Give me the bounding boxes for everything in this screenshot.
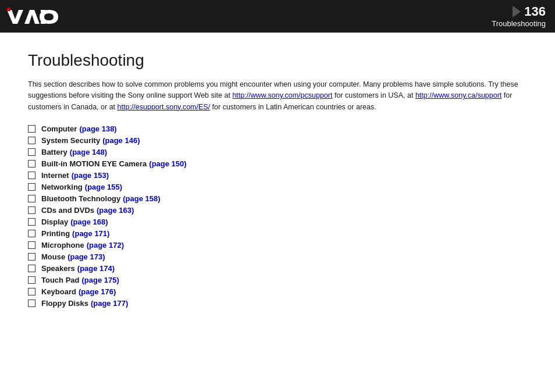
checkbox-icon <box>28 206 35 214</box>
toc-item-link[interactable]: (page 175) <box>81 276 119 284</box>
vaio-logo <box>7 8 59 25</box>
toc-list-item: Display (page 168) <box>28 218 527 226</box>
toc-list-item: Microphone (page 172) <box>28 241 527 250</box>
toc-list-item: Bluetooth Technology (page 158) <box>28 194 527 203</box>
toc-list-item: Printing (page 171) <box>28 229 527 238</box>
toc-list-item: Floppy Disks (page 177) <box>28 299 527 308</box>
toc-item-link[interactable]: (page 172) <box>87 241 124 250</box>
toc-item-link[interactable]: (page 153) <box>72 171 109 180</box>
toc-item-link[interactable]: (page 155) <box>85 183 122 191</box>
toc-item-link[interactable]: (page 171) <box>72 229 109 238</box>
toc-list-item: CDs and DVDs (page 163) <box>28 206 527 215</box>
header: 136 Troubleshooting <box>0 0 555 33</box>
toc-item-link[interactable]: (page 176) <box>79 287 116 296</box>
toc-list-item: Internet (page 153) <box>28 171 527 180</box>
toc-item-label: Display <box>41 218 68 226</box>
checkbox-icon <box>28 276 35 284</box>
svg-marker-1 <box>24 10 40 24</box>
toc-item-link[interactable]: (page 174) <box>77 264 115 273</box>
intro-text-part4: for customers in Latin American countrie… <box>210 103 376 111</box>
toc-item-label: Touch Pad <box>41 276 79 284</box>
link-sony-pcsupport[interactable]: http://www.sony.com/pcsupport <box>232 91 332 99</box>
checkbox-icon <box>28 195 35 202</box>
checkbox-icon <box>28 137 35 144</box>
toc-list-item: System Security (page 146) <box>28 136 527 145</box>
toc-item-label: Bluetooth Technology <box>41 194 120 203</box>
toc-item-link[interactable]: (page 148) <box>70 148 107 156</box>
toc-item-label: CDs and DVDs <box>41 206 94 215</box>
checkbox-icon <box>28 253 35 261</box>
toc-list-item: Speakers (page 174) <box>28 264 527 273</box>
toc-list-item: Battery (page 148) <box>28 148 527 156</box>
checkbox-icon <box>28 300 35 307</box>
toc-item-label: Printing <box>41 229 70 238</box>
link-esupport-sony[interactable]: http://esupport.sony.com/ES/ <box>118 103 211 111</box>
toc-list-item: Keyboard (page 176) <box>28 287 527 296</box>
checkbox-icon <box>28 265 35 272</box>
svg-marker-0 <box>7 10 23 24</box>
toc-list-item: Computer (page 138) <box>28 124 527 133</box>
checkbox-icon <box>28 230 35 237</box>
toc-list-item: Touch Pad (page 175) <box>28 276 527 284</box>
checkbox-icon <box>28 160 35 168</box>
toc-item-link[interactable]: (page 150) <box>149 159 186 168</box>
toc-item-label: Keyboard <box>41 287 76 296</box>
toc-item-label: Speakers <box>41 264 75 273</box>
vaio-logo-svg <box>7 8 59 25</box>
intro-text-part2: for customers in USA, at <box>332 91 415 99</box>
toc-item-label: Built-in MOTION EYE Camera <box>41 159 147 168</box>
checkbox-icon <box>28 288 35 295</box>
toc-item-label: System Security <box>41 136 100 145</box>
svg-rect-5 <box>7 8 10 11</box>
toc-item-label: Computer <box>41 124 77 133</box>
toc-item-label: Networking <box>41 183 83 191</box>
header-arrow-icon <box>513 6 521 17</box>
toc-list-item: Built-in MOTION EYE Camera (page 150) <box>28 159 527 168</box>
toc-list: Computer (page 138)System Security (page… <box>28 124 527 308</box>
toc-item-link[interactable]: (page 158) <box>123 194 160 203</box>
toc-item-link[interactable]: (page 173) <box>67 252 105 261</box>
checkbox-icon <box>28 148 35 156</box>
checkbox-icon <box>28 183 35 191</box>
link-sony-ca-support[interactable]: http://www.sony.ca/support <box>415 91 501 99</box>
toc-item-label: Battery <box>41 148 67 156</box>
section-title: Troubleshooting <box>492 19 546 28</box>
main-content: Troubleshooting This section describes h… <box>0 33 555 325</box>
checkbox-icon <box>28 241 35 249</box>
toc-item-link[interactable]: (page 177) <box>91 299 128 308</box>
toc-item-link[interactable]: (page 146) <box>102 136 140 145</box>
page-number: 136 <box>524 5 546 18</box>
toc-item-label: Floppy Disks <box>41 299 88 308</box>
toc-item-label: Internet <box>41 171 69 180</box>
checkbox-icon <box>28 172 35 179</box>
checkbox-icon <box>28 218 35 226</box>
toc-item-link[interactable]: (page 138) <box>79 124 116 133</box>
toc-list-item: Mouse (page 173) <box>28 252 527 261</box>
page-title: Troubleshooting <box>28 51 527 70</box>
toc-item-label: Mouse <box>41 252 65 261</box>
toc-item-link[interactable]: (page 168) <box>70 218 108 226</box>
toc-item-label: Microphone <box>41 241 84 250</box>
intro-paragraph: This section describes how to solve comm… <box>28 79 527 113</box>
checkbox-icon <box>28 125 35 133</box>
toc-item-link[interactable]: (page 163) <box>97 206 134 215</box>
toc-list-item: Networking (page 155) <box>28 183 527 191</box>
header-right: 136 Troubleshooting <box>492 5 546 28</box>
